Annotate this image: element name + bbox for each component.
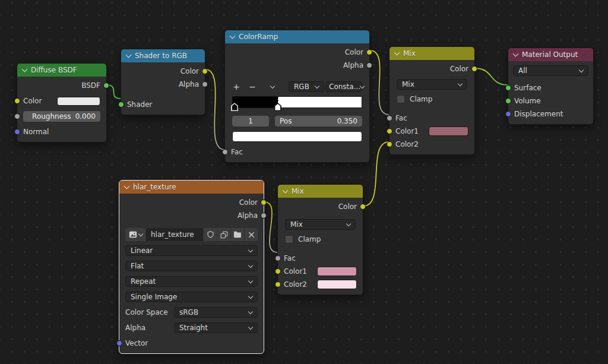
socket-out-color[interactable] [471, 66, 477, 72]
socket-out-alpha[interactable] [261, 213, 267, 219]
projection-dropdown[interactable]: Flat [125, 261, 258, 271]
color-mode-dropdown[interactable]: RGB [289, 81, 324, 92]
node-image-texture[interactable]: hlar_texture Color Alpha hlar_texture [119, 180, 264, 354]
socket-in-volume[interactable] [505, 98, 511, 104]
output-label-bsdf: BSDF [81, 81, 100, 90]
input-label-color1: Color1 [395, 127, 419, 135]
node-header-diffuse[interactable]: Diffuse BSDF [17, 64, 106, 77]
socket-in-fac[interactable] [222, 149, 228, 155]
output-label-color: Color [345, 48, 363, 56]
output-target-dropdown[interactable]: All [513, 65, 588, 76]
socket-in-fac[interactable] [275, 255, 281, 261]
node-colorramp[interactable]: ColorRamp Color Alpha + − RGB Consta.. [224, 30, 370, 163]
socket-out-color[interactable] [366, 49, 372, 55]
copy-icon [220, 231, 228, 239]
socket-out-color[interactable] [261, 200, 267, 205]
socket-in-surface[interactable] [505, 85, 511, 91]
clamp-checkbox[interactable] [397, 95, 405, 103]
node-title: ColorRamp [239, 33, 278, 41]
socket-in-color1[interactable] [387, 128, 392, 134]
interpolation-dropdown[interactable]: Linear [125, 245, 258, 256]
socket-in-color2[interactable] [275, 281, 281, 287]
clamp-checkbox[interactable] [285, 235, 293, 243]
colorspace-dropdown[interactable]: sRGB [174, 307, 258, 318]
remove-stop-button[interactable]: − [248, 82, 256, 91]
chevron-down-icon [248, 248, 253, 252]
stop-position-field[interactable]: Pos 0.350 [275, 116, 362, 126]
fake-user-button[interactable] [204, 228, 217, 241]
specials-menu-icon[interactable] [270, 84, 275, 88]
node-editor-canvas[interactable]: Diffuse BSDF BSDF Color Roughness 0.000 [0, 0, 608, 364]
shield-icon [207, 230, 214, 239]
interpolation-dropdown[interactable]: Consta... [325, 81, 362, 92]
socket-out-alpha[interactable] [202, 81, 208, 87]
socket-in-normal[interactable] [14, 129, 20, 135]
color-swatch[interactable] [57, 97, 100, 106]
link-color-to-ramp-fac[interactable] [205, 69, 224, 150]
node-header-texture[interactable]: hlar_texture [119, 181, 264, 194]
socket-out-alpha[interactable] [366, 62, 372, 68]
link-ramp-to-mix-fac[interactable] [370, 50, 389, 115]
socket-out-color[interactable] [202, 68, 208, 74]
alpha-mode-dropdown[interactable]: Straight [174, 322, 258, 333]
node-diffuse-bsdf[interactable]: Diffuse BSDF BSDF Color Roughness 0.000 [17, 63, 107, 143]
collapse-chevron-icon[interactable] [124, 183, 130, 189]
link-mix1-to-surface[interactable] [475, 68, 508, 85]
unlink-image-button[interactable] [245, 228, 258, 241]
input-label-color2: Color2 [284, 280, 307, 289]
node-material-output[interactable]: Material Output All Surface Volume Displ… [508, 48, 594, 125]
roughness-slider[interactable]: Roughness 0.000 [23, 111, 100, 122]
input-label-fac: Fac [284, 254, 296, 262]
socket-in-fac[interactable] [387, 115, 392, 121]
socket-in-color[interactable] [14, 98, 20, 104]
clamp-label: Clamp [298, 235, 321, 243]
node-mix-top[interactable]: Mix Color Mix Clamp Fac [389, 46, 475, 155]
socket-out-color[interactable] [360, 204, 366, 210]
socket-in-displacement[interactable] [505, 111, 511, 117]
collapse-chevron-icon[interactable] [513, 51, 519, 57]
socket-in-shader[interactable] [118, 102, 124, 107]
blend-mode-dropdown[interactable]: Mix [397, 79, 467, 90]
color2-swatch[interactable] [317, 280, 357, 289]
colorramp-gradient[interactable] [232, 96, 362, 108]
node-mix-bottom[interactable]: Mix Color Mix Clamp Fac [277, 184, 363, 295]
output-label-alpha: Alpha [179, 80, 199, 88]
ramp-stop-selected[interactable] [274, 103, 281, 111]
new-image-button[interactable] [217, 228, 230, 241]
node-header-colorramp[interactable]: ColorRamp [225, 30, 369, 43]
collapse-chevron-icon[interactable] [394, 50, 400, 56]
collapse-chevron-icon[interactable] [283, 188, 289, 194]
ramp-stop-0[interactable] [231, 103, 238, 111]
collapse-chevron-icon[interactable] [22, 67, 28, 72]
socket-out-bsdf[interactable] [103, 83, 109, 88]
extension-dropdown[interactable]: Repeat [125, 276, 258, 287]
image-name-field[interactable]: hlar_texture [146, 228, 203, 241]
node-title: Mix [403, 49, 416, 58]
stop-index-field[interactable]: 1 [232, 116, 269, 126]
socket-in-vector[interactable] [116, 340, 122, 346]
node-header-shader-to-rgb[interactable]: Shader to RGB [121, 49, 205, 62]
chevron-down-icon [458, 81, 463, 86]
image-browse-button[interactable] [125, 228, 145, 241]
blend-mode-dropdown[interactable]: Mix [285, 219, 356, 230]
input-label-color2: Color2 [395, 140, 419, 148]
color1-swatch[interactable] [429, 126, 468, 136]
node-shader-to-rgb[interactable]: Shader to RGB Color Alpha Shader [121, 49, 205, 115]
node-header-mix-top[interactable]: Mix [390, 47, 474, 60]
collapse-chevron-icon[interactable] [126, 52, 132, 58]
chevron-down-icon [579, 68, 584, 72]
open-image-button[interactable] [231, 228, 244, 241]
source-dropdown[interactable]: Single Image [125, 292, 258, 302]
color1-swatch[interactable] [317, 267, 357, 276]
node-header-mix-bottom[interactable]: Mix [278, 185, 363, 198]
node-title: Material Output [522, 50, 578, 59]
stop-color-swatch[interactable] [232, 131, 362, 142]
socket-in-roughness[interactable] [14, 113, 20, 119]
image-icon [129, 230, 137, 239]
add-stop-button[interactable]: + [232, 82, 240, 91]
socket-in-color1[interactable] [275, 268, 281, 274]
node-header-material-output[interactable]: Material Output [508, 48, 593, 61]
input-label-fac: Fac [231, 148, 243, 156]
collapse-chevron-icon[interactable] [230, 33, 236, 39]
socket-in-color2[interactable] [387, 141, 392, 147]
